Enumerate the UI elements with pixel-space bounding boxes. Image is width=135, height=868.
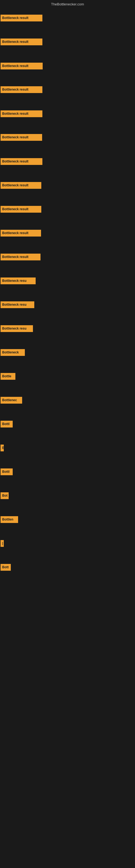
bottleneck-bar: Bottleneck <box>1 349 25 356</box>
bottleneck-bar: Bottl <box>1 421 13 428</box>
bottleneck-bar: B <box>1 444 4 452</box>
bottleneck-bar: Bottl <box>1 468 13 475</box>
bottleneck-bar: Bottleneck result <box>1 111 42 117</box>
site-header: TheBottlenecker.com <box>0 0 135 7</box>
bottleneck-bar: Bot <box>1 492 9 499</box>
bottleneck-bar: Bottleneck result <box>1 182 41 189</box>
bottleneck-bar: Bottleneck result <box>1 158 42 165</box>
bottleneck-bar: Bottleneck resu <box>1 278 36 284</box>
bottleneck-bar: Bottleneck result <box>1 38 42 45</box>
bottleneck-bar: Bottlen <box>1 516 18 523</box>
bottleneck-bar: Bottleneck result <box>1 86 42 93</box>
bottleneck-bar: Bottleneck result <box>1 206 41 213</box>
bottleneck-bar: Bottleneck result <box>1 254 41 260</box>
bottleneck-bar: Bottle <box>1 373 15 380</box>
bottleneck-bar: Bott <box>1 564 11 571</box>
bottleneck-bar: | <box>1 540 4 547</box>
bottleneck-bar: Bottleneck resu <box>1 325 33 332</box>
bottleneck-bar: Bottleneck result <box>1 63 43 69</box>
bottleneck-bar: Bottleneck result <box>1 14 42 22</box>
bottleneck-bar: Bottleneck result <box>1 230 41 237</box>
bottleneck-bar: Bottlenec <box>1 397 22 404</box>
bottleneck-bar: Bottleneck result <box>1 134 42 141</box>
bottleneck-bar: Bottleneck resu <box>1 301 34 308</box>
